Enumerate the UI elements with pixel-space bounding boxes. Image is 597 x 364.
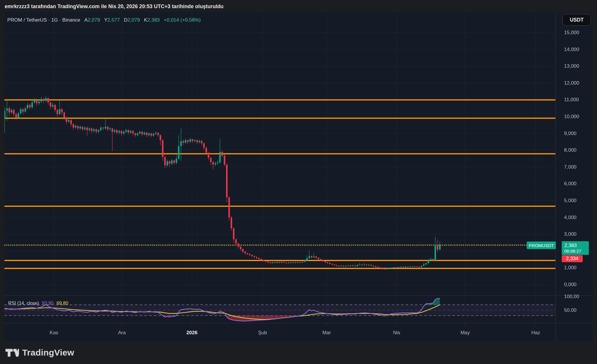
bar-countdown: 06:06:27 — [564, 249, 581, 254]
price-axis-label: 5,000 — [564, 198, 577, 204]
time-axis-label: Nis — [393, 330, 400, 336]
time-axis-label: Ara — [118, 330, 126, 336]
price-axis-label: 9,000 — [564, 131, 577, 136]
tradingview-brand[interactable]: TradingView — [5, 348, 74, 358]
footer-bar: TradingView — [0, 341, 597, 364]
currency-toggle-button[interactable]: USDT — [563, 14, 591, 26]
tradingview-snapshot: emrkrzzz3 tarafından TradingView.com ile… — [0, 0, 597, 364]
price-axis-label: 14,000 — [564, 47, 579, 52]
ohlc-close: K2,383 — [144, 17, 160, 23]
price-axis-label: 1,000 — [564, 265, 577, 271]
price-axis-label: 0,000 — [564, 282, 577, 288]
time-axis-label: Şub — [258, 330, 267, 336]
price-axis-label: 13,000 — [564, 63, 579, 69]
price-axis-label: 7,000 — [564, 164, 577, 170]
rsi-ma-value: 69,80 — [57, 301, 68, 306]
time-axis-label: Mar — [322, 330, 331, 336]
price-axis-label: 6,000 — [564, 181, 577, 187]
rsi-axis-label: 50,00 — [564, 307, 577, 313]
last-price-label: 2,383 06:06:27 — [562, 241, 589, 255]
chart-panel[interactable] — [4, 12, 593, 341]
secondary-price-label: 2,334 — [562, 255, 583, 262]
price-change: +0,014 (+0,58%) — [164, 17, 201, 23]
last-price-value: 2,383 — [564, 242, 577, 249]
rsi-value: 93,95 — [42, 301, 54, 306]
ohlc-high: Y2,577 — [104, 17, 120, 23]
ohlc-open: A2,079 — [84, 17, 100, 23]
chart-legend: PROM / TetherUS · 1G · Binance A2,079 Y2… — [7, 17, 201, 23]
tradingview-logo-icon — [5, 348, 19, 358]
price-axis-label: 11,000 — [564, 97, 579, 103]
time-axis-label: 2026 — [186, 330, 197, 336]
rsi-legend: RSI (14, close) 93,95 69,80 — [8, 301, 68, 306]
rsi-title[interactable]: RSI (14, close) — [8, 301, 39, 306]
symbol-title[interactable]: PROM / TetherUS · 1G · Binance — [7, 17, 80, 23]
symbol-price-tag: PROMUSDT — [527, 242, 556, 249]
tradingview-brand-word: TradingView — [22, 348, 74, 358]
time-axis-label: Haz — [531, 330, 540, 336]
price-axis-label: 3,000 — [564, 231, 577, 237]
price-axis-label: 10,000 — [564, 114, 579, 120]
time-axis-label: May — [461, 330, 470, 336]
rsi-axis-label: 100,00 — [564, 294, 579, 300]
price-axis-label: 8,000 — [564, 147, 577, 153]
price-axis-label: 15,000 — [564, 30, 579, 36]
attribution-text: emrkrzzz3 tarafından TradingView.com ile… — [5, 4, 223, 10]
price-axis-label: 4,000 — [564, 215, 577, 220]
time-axis-label: Kas — [50, 330, 58, 336]
ohlc-low: D2,079 — [124, 17, 140, 23]
price-axis-label: 12,000 — [564, 80, 579, 86]
